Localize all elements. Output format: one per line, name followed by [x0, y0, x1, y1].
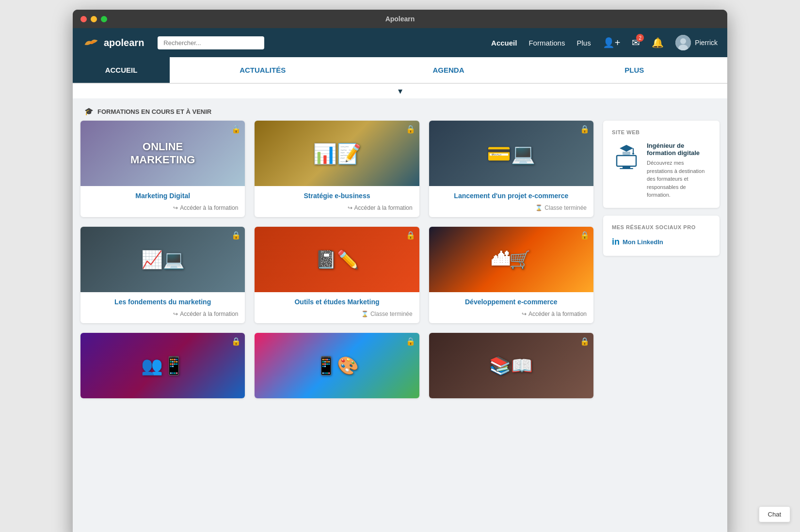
- lock-icon: 🔒: [406, 231, 416, 240]
- course-action: ⌛ Classe terminée: [429, 202, 593, 217]
- course-title: Stratégie e-business: [255, 186, 419, 202]
- tab-accueil[interactable]: ACCUEIL: [73, 57, 170, 83]
- course-thumbnail: 📓✏️: [255, 227, 419, 292]
- section-heading: 🎓 FORMATIONS EN COURS ET À VENIR: [73, 98, 727, 121]
- user-menu[interactable]: Pierrick: [675, 35, 718, 50]
- user-name: Pierrick: [695, 39, 718, 47]
- course-thumbnail-wrapper: 📈💻 🔒: [80, 227, 245, 292]
- course-title: Lancement d'un projet e-commerce: [429, 186, 593, 202]
- course-thumbnail-wrapper: 📱🎨 🔒: [255, 333, 419, 398]
- course-action[interactable]: ↪ Accéder à la formation: [255, 202, 419, 217]
- minimize-button[interactable]: [91, 16, 97, 22]
- chevron-down-icon: ▾: [398, 86, 402, 96]
- lock-icon: 🔒: [580, 231, 590, 240]
- course-title: Les fondements du marketing: [80, 292, 245, 308]
- course-action[interactable]: ↪ Accéder à la formation: [429, 308, 593, 323]
- svg-rect-5: [620, 168, 633, 169]
- course-action[interactable]: ↪ Accéder à la formation: [80, 308, 245, 323]
- nav-accueil[interactable]: Accueil: [491, 39, 517, 47]
- course-card-social: 👥📱 🔒: [80, 333, 245, 398]
- lock-icon: 🔒: [231, 125, 241, 134]
- course-card-marketing-digital: ONLINEMARKETING 🔒 Marketing Digital ↪ Ac…: [80, 121, 245, 217]
- svg-rect-3: [617, 156, 636, 166]
- lock-icon: 🔒: [231, 337, 241, 346]
- tab-agenda[interactable]: AGENDA: [355, 57, 541, 83]
- close-button[interactable]: [80, 16, 87, 22]
- course-thumbnail: 📊📝: [255, 121, 419, 186]
- course-thumbnail: 📱🎨: [255, 333, 419, 398]
- promo-text: Ingénieur de formation digitale Découvre…: [647, 142, 711, 199]
- nav-formations[interactable]: Formations: [528, 39, 565, 47]
- sidebar-reseaux-label: MES RÉSEAUX SOCIAUX PRO: [612, 224, 711, 230]
- course-thumbnail-wrapper: 👥📱 🔒: [80, 333, 245, 398]
- lock-icon: 🔒: [406, 125, 416, 134]
- lock-icon: 🔒: [406, 337, 416, 346]
- course-card-lancement-ecommerce: 💳💻 🔒 Lancement d'un projet e-commerce ⌛ …: [429, 121, 593, 217]
- course-card-developpement-ecommerce: 🏙🛒 🔒 Développement e-commerce ↪ Accéder …: [429, 227, 593, 323]
- traffic-lights: [80, 16, 107, 22]
- course-card-strategie-ebusiness: 📊📝 🔒 Stratégie e-business ↪ Accéder à la…: [255, 121, 419, 217]
- chat-button[interactable]: Chat: [759, 506, 790, 522]
- messages-badge: 2: [636, 34, 644, 42]
- tab-actualites[interactable]: ACTUALITÉS: [170, 57, 355, 83]
- course-thumbnail-wrapper: 📊📝 🔒: [255, 121, 419, 186]
- hourglass-icon: ⌛: [535, 204, 543, 211]
- course-thumbnail: ONLINEMARKETING: [80, 121, 245, 186]
- tabs-bar: ACCUEIL ACTUALITÉS AGENDA PLUS: [73, 57, 727, 84]
- content-area: ONLINEMARKETING 🔒 Marketing Digital ↪ Ac…: [73, 121, 727, 416]
- tab-plus[interactable]: PLUS: [542, 57, 727, 83]
- course-thumbnail-wrapper: 📚📖 🔒: [429, 333, 593, 398]
- maximize-button[interactable]: [101, 16, 107, 22]
- course-thumbnail-wrapper: 📓✏️ 🔒: [255, 227, 419, 292]
- lock-icon: 🔒: [580, 125, 590, 134]
- courses-grid: ONLINEMARKETING 🔒 Marketing Digital ↪ Ac…: [80, 121, 593, 398]
- svg-marker-6: [620, 145, 633, 152]
- sidebar-promo: Ingénieur de formation digitale Découvre…: [612, 142, 711, 199]
- course-thumbnail: 📈💻: [80, 227, 245, 292]
- course-card-apps: 📱🎨 🔒: [255, 333, 419, 398]
- course-thumbnail: 📚📖: [429, 333, 593, 398]
- sidebar-site-web-card: SITE WEB Ingénieur: [603, 121, 720, 208]
- logo-text: apolearn: [104, 37, 144, 48]
- lock-icon: 🔒: [231, 231, 241, 240]
- svg-rect-4: [623, 166, 630, 168]
- navbar: apolearn Accueil Formations Plus 👤+ ✉ 2 …: [73, 28, 727, 57]
- sidebar: SITE WEB Ingénieur: [603, 121, 720, 408]
- course-thumbnail: 💳💻: [429, 121, 593, 186]
- arrow-right-icon: ↪: [173, 311, 178, 317]
- course-title: Développement e-commerce: [429, 292, 593, 308]
- course-thumbnail-wrapper: ONLINEMARKETING 🔒: [80, 121, 245, 186]
- course-thumbnail: 👥📱: [80, 333, 245, 398]
- notifications-icon[interactable]: 🔔: [652, 37, 664, 48]
- main-content: ACCUEIL ACTUALITÉS AGENDA PLUS ▾ 🎓 FORMA…: [73, 57, 727, 532]
- title-bar: Apolearn: [73, 10, 727, 28]
- hourglass-icon: ⌛: [361, 311, 368, 317]
- course-card-fondements-marketing: 📈💻 🔒 Les fondements du marketing ↪ Accéd…: [80, 227, 245, 323]
- course-thumbnail-wrapper: 💳💻 🔒: [429, 121, 593, 186]
- courses-section: ONLINEMARKETING 🔒 Marketing Digital ↪ Ac…: [80, 121, 593, 408]
- linkedin-row: in Mon LinkedIn: [612, 237, 711, 247]
- arrow-right-icon: ↪: [173, 204, 178, 211]
- search-input[interactable]: [158, 36, 264, 49]
- logo[interactable]: apolearn: [82, 36, 144, 49]
- messages-icon[interactable]: ✉ 2: [632, 37, 640, 48]
- tab-indicator: ▾: [73, 84, 727, 98]
- avatar: [675, 35, 691, 50]
- course-card-books: 📚📖 🔒: [429, 333, 593, 398]
- graduation-cap-icon: 🎓: [84, 107, 94, 116]
- nav-plus[interactable]: Plus: [576, 39, 591, 47]
- arrow-right-icon: ↪: [522, 311, 527, 317]
- add-user-icon[interactable]: 👤+: [603, 37, 621, 48]
- course-thumbnail-wrapper: 🏙🛒 🔒: [429, 227, 593, 292]
- course-card-outils-marketing: 📓✏️ 🔒 Outils et études Marketing ⌛ Class…: [255, 227, 419, 323]
- sidebar-social-card: MES RÉSEAUX SOCIAUX PRO in Mon LinkedIn: [603, 216, 720, 256]
- nav-links: Accueil Formations Plus 👤+ ✉ 2 🔔 Pierric…: [491, 35, 718, 50]
- linkedin-icon: in: [612, 237, 620, 247]
- svg-point-1: [680, 38, 686, 44]
- arrow-right-icon: ↪: [348, 204, 352, 211]
- linkedin-link[interactable]: Mon LinkedIn: [623, 238, 663, 246]
- svg-point-8: [632, 153, 634, 155]
- course-action[interactable]: ↪ Accéder à la formation: [80, 202, 245, 217]
- window-title: Apolearn: [385, 15, 415, 23]
- sidebar-site-web-label: SITE WEB: [612, 129, 711, 135]
